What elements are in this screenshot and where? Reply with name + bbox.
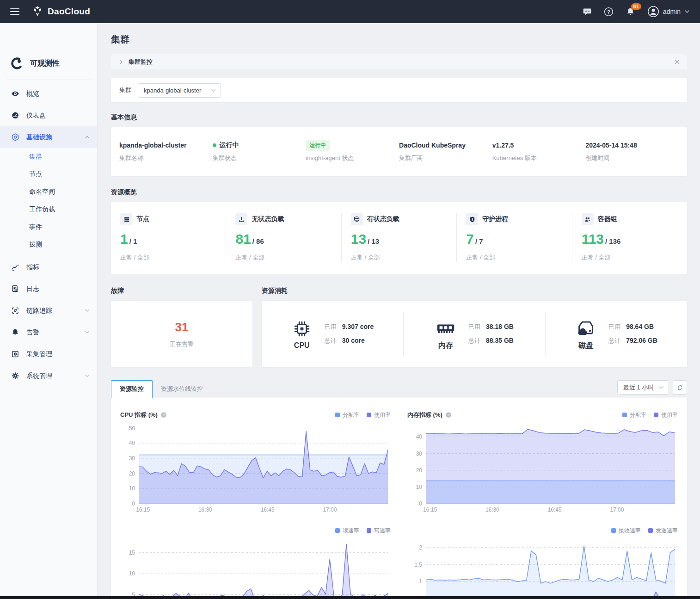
sidebar-item-overview[interactable]: 概览 bbox=[0, 83, 97, 105]
status-badge: 运行中 bbox=[306, 140, 330, 151]
daemonset-shield-icon bbox=[466, 213, 478, 225]
svg-text:2: 2 bbox=[419, 544, 422, 551]
alerting-count[interactable]: 31 bbox=[175, 320, 189, 334]
refresh-icon bbox=[676, 384, 684, 391]
svg-text:10: 10 bbox=[129, 570, 135, 577]
chart-plot-area[interactable]: 0102030405016:1516:3016:4517:00 bbox=[120, 421, 391, 514]
sidebar-subitem-probes[interactable]: 拨测 bbox=[0, 236, 97, 253]
basic-info-card: kpanda-global-cluster 集群名称 运行中 集群状态 运行中 … bbox=[111, 127, 687, 176]
sidebar-item-alerts[interactable]: 告警 bbox=[0, 321, 97, 343]
chart-legend: 读速率写速率 bbox=[335, 527, 391, 535]
tab-watermark-monitor[interactable]: 资源水位线监控 bbox=[153, 381, 211, 398]
svg-text:?: ? bbox=[448, 413, 450, 417]
cluster-select[interactable]: kpanda-global-cluster bbox=[138, 83, 221, 98]
legend-item[interactable]: 使用率 bbox=[367, 411, 391, 419]
sidebar-item-logs[interactable]: 日志 bbox=[0, 278, 97, 300]
sidebar-item-dashboards[interactable]: 仪表盘 bbox=[0, 105, 97, 126]
field-insight-agent-status: 运行中 insight-agent 状态 bbox=[306, 140, 399, 162]
svg-text:17:00: 17:00 bbox=[323, 506, 337, 513]
gear-icon bbox=[11, 371, 19, 380]
svg-text:?: ? bbox=[607, 9, 610, 14]
username: admin bbox=[663, 8, 681, 15]
notification-count-badge: 61 bbox=[631, 3, 641, 10]
svg-text:30: 30 bbox=[129, 455, 135, 462]
chart-plot-area[interactable]: 05101516:1516:3016:4517:00 bbox=[120, 537, 391, 599]
avatar-icon bbox=[647, 6, 659, 18]
sidebar-item-metrics[interactable]: 指标 bbox=[0, 256, 97, 278]
svg-text:20: 20 bbox=[416, 467, 423, 474]
sidebar-item-tracing[interactable]: 链路追踪 bbox=[0, 300, 97, 321]
legend-item[interactable]: 分配率 bbox=[335, 411, 359, 419]
chevron-right-icon[interactable] bbox=[118, 59, 124, 65]
refresh-button[interactable] bbox=[673, 380, 687, 395]
sidebar-subitem-namespaces[interactable]: 命名空间 bbox=[0, 183, 97, 201]
sidebar-item-system[interactable]: 系统管理 bbox=[0, 365, 97, 387]
sidebar-item-collection[interactable]: 采集管理 bbox=[0, 343, 97, 365]
collection-clock-icon bbox=[11, 350, 19, 358]
chart-plot-area[interactable]: 01020304016:1516:3016:4517:00 bbox=[407, 421, 678, 514]
svg-text:16:30: 16:30 bbox=[198, 506, 212, 513]
chart-plot-area[interactable]: 00.511.5216:1516:3016:4517:00 bbox=[407, 537, 678, 599]
banner-text: 集群监控 bbox=[129, 58, 153, 66]
svg-text:10: 10 bbox=[129, 485, 135, 492]
legend-item[interactable]: 分配率 bbox=[622, 411, 646, 419]
chevron-down-icon bbox=[85, 309, 90, 312]
observability-logo-icon bbox=[10, 56, 24, 70]
log-search-icon bbox=[11, 284, 19, 293]
status-dot bbox=[213, 143, 216, 147]
chevron-up-icon bbox=[85, 136, 90, 139]
legend-item[interactable]: 写速率 bbox=[367, 527, 391, 535]
field-created-time: 2024-05-14 15:48 创建时间 bbox=[585, 140, 679, 162]
user-menu[interactable]: admin bbox=[647, 6, 690, 18]
menu-toggle-icon[interactable] bbox=[10, 8, 19, 15]
svg-text:16:45: 16:45 bbox=[261, 506, 275, 513]
sidebar-subitem-nodes[interactable]: 节点 bbox=[0, 166, 97, 183]
notifications-bell-icon[interactable]: 61 bbox=[626, 7, 635, 17]
memory-consumption: 内存 已用38.18 GB 总计88.35 GB bbox=[404, 312, 546, 356]
chevron-down-icon bbox=[85, 331, 90, 334]
tab-resource-monitor[interactable]: 资源监控 bbox=[111, 380, 153, 398]
cpu-metrics-chart: CPU 指标 (%) ? 分配率使用率 0102030405016:1516:3… bbox=[120, 410, 391, 514]
disk-cloud-icon bbox=[575, 318, 596, 339]
stateful-workload-icon bbox=[351, 213, 363, 225]
help-icon[interactable]: ? bbox=[604, 7, 614, 17]
svg-text:16:15: 16:15 bbox=[423, 506, 437, 513]
sidebar-item-infrastructure[interactable]: 基础设施 bbox=[0, 126, 97, 148]
brand-logo[interactable]: DaoCloud bbox=[31, 6, 90, 18]
legend-item[interactable]: 发送速率 bbox=[648, 527, 678, 535]
charts-panel: CPU 指标 (%) ? 分配率使用率 0102030405016:1516:3… bbox=[111, 398, 687, 599]
time-range-select[interactable]: 最近 1 小时 bbox=[617, 380, 669, 395]
infrastructure-icon bbox=[11, 133, 19, 142]
disk-consumption: 磁盘 已用98.64 GB 总计792.06 GB bbox=[546, 312, 687, 356]
chat-icon[interactable] bbox=[583, 7, 592, 16]
field-kubernetes-version: v1.27.5 Kubernetes 版本 bbox=[492, 140, 586, 162]
help-icon[interactable]: ? bbox=[160, 412, 167, 418]
close-icon[interactable] bbox=[675, 59, 680, 64]
cluster-select-label: 集群 bbox=[119, 86, 131, 94]
sidebar-subitem-events[interactable]: 事件 bbox=[0, 218, 97, 236]
taskbar-strip bbox=[0, 596, 700, 599]
overview-statefulsets: 有状态负载 13/ 13 正常 / 全部 bbox=[342, 213, 457, 262]
help-icon[interactable]: ? bbox=[445, 412, 452, 418]
cpu-consumption: CPU 已用9.307 core 总计30 core bbox=[262, 312, 404, 356]
memory-ram-icon bbox=[435, 318, 456, 339]
sidebar-subitem-clusters[interactable]: 集群 bbox=[0, 148, 97, 166]
field-cluster-status: 运行中 集群状态 bbox=[213, 140, 306, 162]
disk-rate-chart: ? 读速率写速率 05101516:1516:3016:4517:00 bbox=[120, 526, 391, 599]
legend-item[interactable]: 接收速率 bbox=[611, 527, 641, 535]
faults-title: 故障 bbox=[111, 287, 252, 295]
network-rate-chart: ? 接收速率发送速率 00.511.5216:1516:3016:4517:00 bbox=[407, 526, 678, 599]
memory-metrics-chart: 内存指标 (%) ? 分配率使用率 01020304016:1516:3016:… bbox=[407, 410, 678, 514]
sidebar-subitem-workloads[interactable]: 工作负载 bbox=[0, 201, 97, 218]
svg-text:50: 50 bbox=[129, 425, 135, 432]
legend-item[interactable]: 读速率 bbox=[335, 527, 359, 535]
resource-overview-card: 节点 1/ 1 正常 / 全部 无状态负载 81/ 86 正常 / 全部 有状态… bbox=[111, 202, 687, 274]
main-content: 集群 集群监控 集群 kpanda-global-cluster 基本信息 kp… bbox=[98, 23, 700, 599]
alerting-label: 正在告警 bbox=[170, 340, 194, 348]
svg-text:?: ? bbox=[163, 413, 165, 417]
svg-text:1: 1 bbox=[419, 578, 422, 585]
node-icon bbox=[120, 213, 132, 225]
legend-item[interactable]: 使用率 bbox=[654, 411, 678, 419]
svg-text:40: 40 bbox=[129, 440, 135, 446]
chevron-down-icon bbox=[684, 10, 690, 13]
